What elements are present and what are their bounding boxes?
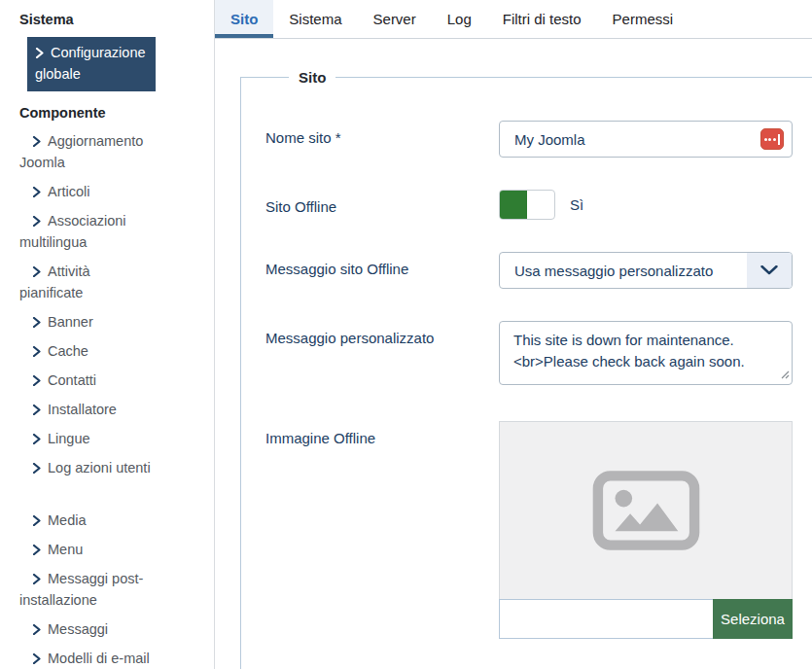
chevron-right-icon xyxy=(19,343,48,359)
sidebar-item-contatti[interactable]: Contatti xyxy=(19,370,214,391)
chevron-right-icon xyxy=(19,542,48,557)
sidebar-item-label: Media xyxy=(48,512,87,528)
tab-sito[interactable]: Sito xyxy=(215,0,273,38)
tab-sistema[interactable]: Sistema xyxy=(273,0,357,38)
sidebar-item-lingue[interactable]: Lingue xyxy=(19,428,214,449)
site-offline-row: Sito Offline Sì xyxy=(265,190,812,220)
custom-message-label: Messaggio personalizzato xyxy=(265,321,499,389)
sidebar: Sistema Configurazione globale Component… xyxy=(0,0,215,669)
site-name-input[interactable] xyxy=(499,121,793,158)
offline-message-select[interactable]: Usa messaggio personalizzato xyxy=(499,252,793,289)
site-name-row: Nome sito * xyxy=(265,121,812,158)
chevron-right-icon xyxy=(19,264,48,279)
chevron-right-icon xyxy=(19,184,48,199)
chevron-right-icon xyxy=(19,651,48,666)
sidebar-item-media[interactable]: Media xyxy=(19,510,214,531)
site-offline-toggle[interactable] xyxy=(499,190,555,220)
media-select-button[interactable]: Seleziona xyxy=(713,599,793,639)
sidebar-system-list: Configurazione globale xyxy=(19,37,214,91)
sidebar-item-associazioni-multilingua[interactable]: Associazioni multilingua xyxy=(19,210,214,253)
tab-bar: Sito Sistema Server Log Filtri di testo … xyxy=(215,0,812,39)
sidebar-item-label: Banner xyxy=(48,314,93,330)
offline-image-row: Immagine Offline Seleziona xyxy=(265,421,812,639)
sidebar-item-label: Menu xyxy=(48,542,83,557)
media-path-input[interactable] xyxy=(499,599,713,639)
site-offline-label: Sito Offline xyxy=(265,190,499,220)
sidebar-item-label: Cache xyxy=(48,343,88,359)
sidebar-component-list: Aggiornamento Joomla Articoli Associazio… xyxy=(19,130,214,669)
chevron-right-icon xyxy=(19,314,48,330)
sidebar-item-messaggi-post-installazione[interactable]: Messaggi post- installazione xyxy=(19,568,214,611)
chevron-right-icon xyxy=(19,133,48,149)
tab-server[interactable]: Server xyxy=(358,0,432,38)
sidebar-item-modelli-di-email[interactable]: Modelli di e-mail xyxy=(19,648,214,669)
custom-message-textarea[interactable]: This site is down for maintenance. <br>P… xyxy=(499,321,793,385)
chevron-right-icon xyxy=(19,372,48,388)
media-preview xyxy=(499,421,793,599)
select-value: Usa messaggio personalizzato xyxy=(500,263,747,279)
chevron-right-icon xyxy=(19,213,48,229)
chevron-right-icon xyxy=(19,621,48,637)
image-placeholder-icon xyxy=(591,470,701,551)
media-field: Seleziona xyxy=(499,421,793,639)
sidebar-item-messaggi[interactable]: Messaggi xyxy=(19,618,214,640)
sidebar-item-label: Articoli xyxy=(48,184,90,199)
chevron-right-icon xyxy=(19,571,48,586)
sidebar-heading-system: Sistema xyxy=(19,12,214,27)
sidebar-item-label: Log azioni utenti xyxy=(48,460,151,475)
toggle-state-label: Sì xyxy=(570,196,583,213)
sidebar-item-label: Configurazione globale xyxy=(35,45,146,82)
sidebar-item-configurazione-globale[interactable]: Configurazione globale xyxy=(27,37,156,91)
offline-message-label: Messaggio sito Offline xyxy=(265,252,499,289)
sidebar-item-cache[interactable]: Cache xyxy=(19,340,214,362)
sidebar-spacer xyxy=(19,486,214,510)
sidebar-item-aggiornamento-joomla[interactable]: Aggiornamento Joomla xyxy=(19,130,214,173)
tab-filtri-di-testo[interactable]: Filtri di testo xyxy=(487,0,597,38)
sidebar-item-articoli[interactable]: Articoli xyxy=(19,181,214,202)
sidebar-heading-component: Componente xyxy=(19,105,214,121)
offline-message-row: Messaggio sito Offline Usa messaggio per… xyxy=(265,252,812,289)
sidebar-item-banner[interactable]: Banner xyxy=(19,311,214,333)
sito-fieldset: Sito Nome sito * Sito Offline Sì Messagg… xyxy=(240,69,812,669)
chevron-right-icon xyxy=(19,460,48,475)
chevron-right-icon xyxy=(35,45,51,60)
custom-message-row: Messaggio personalizzato This site is do… xyxy=(265,321,812,389)
sidebar-item-label: Messaggi xyxy=(48,621,108,637)
sidebar-item-label: Modelli di e-mail xyxy=(48,651,150,666)
site-name-label: Nome sito * xyxy=(265,121,499,158)
tab-log[interactable]: Log xyxy=(432,0,487,38)
resize-handle-icon[interactable] xyxy=(781,366,790,383)
autofill-icon[interactable] xyxy=(760,128,784,150)
fieldset-legend: Sito xyxy=(289,69,335,86)
sidebar-item-installatore[interactable]: Installatore xyxy=(19,399,214,420)
chevron-right-icon xyxy=(19,402,48,417)
main-content: Sito Sistema Server Log Filtri di testo … xyxy=(215,0,812,669)
sidebar-item-log-azioni-utenti[interactable]: Log azioni utenti xyxy=(19,457,214,478)
sidebar-item-label: Lingue xyxy=(48,431,90,446)
offline-image-label: Immagine Offline xyxy=(265,421,499,639)
chevron-down-icon xyxy=(747,253,792,288)
chevron-right-icon xyxy=(19,512,48,528)
chevron-right-icon xyxy=(19,431,48,446)
sidebar-item-label: Installatore xyxy=(48,402,117,417)
tab-permessi[interactable]: Permessi xyxy=(597,0,689,38)
sidebar-item-label: Contatti xyxy=(48,372,96,388)
sidebar-item-menu[interactable]: Menu xyxy=(19,539,214,560)
sidebar-item-attivita-pianificate[interactable]: Attività pianificate xyxy=(19,261,214,303)
toggle-on-indicator xyxy=(500,191,527,219)
